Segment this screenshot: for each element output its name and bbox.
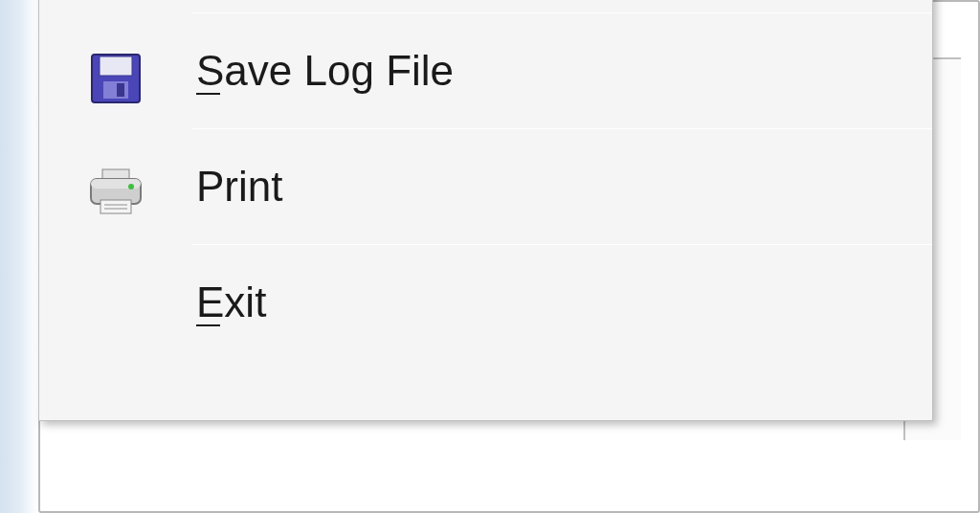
menu-item-save-log-file[interactable]: Save Log File [192, 13, 932, 128]
menu-item-label: Save Log File [196, 47, 454, 95]
svg-rect-8 [100, 200, 131, 213]
svg-point-7 [128, 184, 134, 190]
svg-rect-2 [103, 81, 128, 99]
window-frame: × Save Log File Print Exit [0, 0, 980, 513]
exit-icon-placeholder [39, 271, 192, 386]
menu-item-print[interactable]: Print [192, 129, 932, 244]
menu-item-label: Print [196, 163, 282, 211]
file-menu-dropdown: × Save Log File Print Exit [38, 0, 933, 421]
printer-icon [39, 156, 192, 271]
menu-label-column: × Save Log File Print Exit [192, 0, 932, 420]
menu-item-label: Exit [196, 279, 266, 326]
mnemonic-underline: E [196, 279, 224, 325]
mnemonic-underline: S [196, 47, 224, 94]
menu-item-exit[interactable]: Exit [192, 245, 932, 360]
svg-rect-1 [100, 56, 132, 76]
svg-rect-3 [117, 83, 124, 97]
menu-icon-column [39, 0, 192, 420]
floppy-disk-icon [39, 41, 192, 156]
